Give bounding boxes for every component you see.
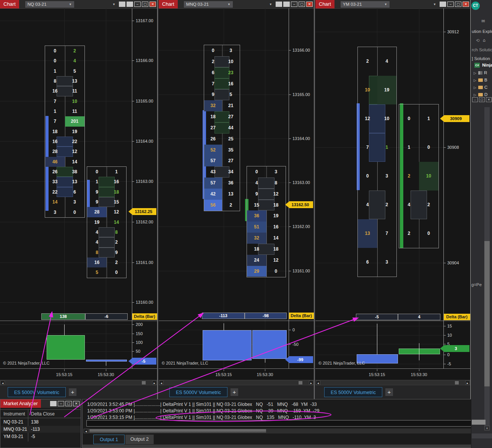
mail-icon[interactable]: ✉ xyxy=(481,18,485,24)
window-button[interactable] xyxy=(283,2,290,7)
ask-volume: 1 xyxy=(377,133,397,162)
output-command-input[interactable] xyxy=(86,420,483,427)
gridline xyxy=(315,335,443,336)
column-header-delta-close[interactable]: Delta Close xyxy=(31,411,55,417)
chart-menu-button[interactable]: Chart xyxy=(159,0,178,8)
window-button[interactable] xyxy=(119,2,125,7)
minimize-button[interactable]: – xyxy=(291,2,297,7)
close-button[interactable]: ✕ xyxy=(463,2,469,7)
close-button[interactable]: ✕ xyxy=(73,401,80,406)
search-solution-input[interactable]: rch Solutio xyxy=(472,47,492,52)
tab-es-5000v-volumetric[interactable]: ES 5000V Volumetric xyxy=(8,387,66,397)
chart-plot-area[interactable]: 0204158131611710111720118191622281246142… xyxy=(0,8,157,380)
window-button[interactable] xyxy=(440,2,446,7)
close-button[interactable]: ✕ xyxy=(486,97,492,102)
ask-volume: 0 xyxy=(419,133,439,162)
tab-output-1[interactable]: Output 1 xyxy=(93,435,125,444)
instrument-cell[interactable]: NQ 03-21 xyxy=(3,419,23,425)
chevron-down-icon[interactable]: ▼ xyxy=(433,3,436,6)
maximize-button[interactable]: ▢ xyxy=(299,2,305,7)
chart-hscrollbar[interactable]: ◄ ► xyxy=(159,380,314,385)
scrollbar-thumb[interactable] xyxy=(472,420,486,425)
scroll-right-icon[interactable] xyxy=(481,439,486,444)
footprint-row: 63 xyxy=(358,248,396,277)
instrument-dropdown[interactable]: NQ 03-21 ▼ xyxy=(25,1,74,8)
chart-menu-button[interactable]: Chart xyxy=(0,0,19,8)
expand-arrow-icon[interactable]: ▷ xyxy=(474,78,476,82)
window-button[interactable] xyxy=(276,2,282,7)
chart-hscrollbar[interactable]: ◄ ► xyxy=(0,380,157,385)
maximize-button[interactable]: ▢ xyxy=(455,2,461,7)
minimize-button[interactable]: – xyxy=(472,97,478,102)
minimize-button[interactable]: – xyxy=(134,2,141,7)
chart-hscrollbar[interactable]: ◄ ► xyxy=(315,380,470,385)
tab-output-2[interactable]: Output 2 xyxy=(125,435,154,444)
scroll-left-icon[interactable]: ◄ xyxy=(0,381,5,385)
scroll-left-icon[interactable]: ◄ xyxy=(159,381,164,385)
bid-volume: 0 xyxy=(247,166,266,178)
bid-volume: 57 xyxy=(204,155,222,166)
ask-volume: 9 xyxy=(107,248,126,257)
ct-badge[interactable]: CT xyxy=(471,2,480,10)
minimize-button[interactable]: – xyxy=(58,401,64,406)
chevron-down-icon[interactable]: ▼ xyxy=(269,3,272,6)
footprint-bar: 0321062371695322118272744262552355727433… xyxy=(204,45,240,211)
scrollbar-grip[interactable] xyxy=(299,381,302,384)
instrument-cell[interactable]: YM 03-21 xyxy=(3,434,23,439)
ask-volume: 38 xyxy=(65,167,85,177)
expand-arrow-icon[interactable]: ▷ xyxy=(474,71,476,75)
tab-es-5000v-volumetric[interactable]: ES 5000V Volumetric xyxy=(324,387,382,397)
resize-strip[interactable] xyxy=(83,445,492,448)
chart-plot-area[interactable]: 0321062371695322118272744262552355727433… xyxy=(159,8,314,380)
minimize-button[interactable]: – xyxy=(447,2,454,7)
instrument-cell[interactable]: MNQ 03-21 xyxy=(3,427,27,432)
scroll-left-icon[interactable]: ◄ xyxy=(84,429,88,433)
horizontal-scrollbar[interactable] xyxy=(472,433,492,438)
add-tab-button[interactable]: + xyxy=(385,388,393,396)
expand-arrow-icon[interactable]: ▷ xyxy=(474,86,476,90)
scrollbar-grip[interactable] xyxy=(142,381,146,384)
bid-volume: 4 xyxy=(87,237,107,247)
maximize-button[interactable]: ▢ xyxy=(142,2,148,7)
scroll-down-icon[interactable]: ▼ xyxy=(484,426,490,430)
tab-es-5000v-volumetric[interactable]: ES 5000V Volumetric xyxy=(169,387,227,397)
scroll-right-icon[interactable]: ► xyxy=(465,381,470,385)
add-tab-button[interactable]: + xyxy=(69,388,76,396)
chart-titlebar: Chart MNQ 03-21 ▼ ▼ – ▢ ✕ xyxy=(159,0,314,9)
chart-menu-button[interactable]: Chart xyxy=(315,0,334,8)
scrollbar-thumb[interactable] xyxy=(484,241,490,386)
project-node[interactable]: C# Ninja xyxy=(474,63,492,68)
price-tick-label: 13164.00 xyxy=(136,139,153,143)
scroll-right-icon[interactable]: ► xyxy=(309,381,313,385)
scroll-right-icon[interactable]: ► xyxy=(152,381,157,385)
maximize-button[interactable]: ▢ xyxy=(479,97,485,102)
instrument-dropdown[interactable]: MNQ 03-21 ▼ xyxy=(184,1,233,8)
tree-item[interactable]: ▷C xyxy=(474,85,487,90)
column-header-instrument[interactable]: Instrument xyxy=(3,411,25,417)
solution-node[interactable]: ] Solution xyxy=(472,56,490,61)
delta-tick-label: 150 xyxy=(136,331,143,336)
add-tab-button[interactable]: + xyxy=(231,388,238,396)
chevron-down-icon[interactable]: ▼ xyxy=(112,3,115,6)
maximize-button[interactable]: ▢ xyxy=(65,401,72,406)
window-button[interactable] xyxy=(127,2,133,7)
close-button[interactable]: ✕ xyxy=(306,2,313,7)
output-hscrollbar[interactable]: ◄ ► xyxy=(83,428,489,433)
window-button[interactable] xyxy=(50,401,57,406)
chart-plot-area[interactable]: 24101912107103421376301102104220-54Delta… xyxy=(315,8,470,380)
instrument-dropdown[interactable]: YM 03-21 ▼ xyxy=(341,1,390,8)
tree-item[interactable]: ▷B xyxy=(474,78,487,82)
footprint-row: 4614 xyxy=(45,157,84,167)
tree-item[interactable]: ▷D xyxy=(474,92,487,97)
histogram-wick xyxy=(224,323,224,330)
scroll-left-icon[interactable]: ◄ xyxy=(316,381,320,385)
scrollbar-grip[interactable] xyxy=(455,381,459,384)
close-button[interactable]: ✕ xyxy=(149,2,156,7)
back-icon[interactable]: ⟲ xyxy=(476,38,480,43)
tree-item[interactable]: ▷R xyxy=(474,70,487,75)
expand-arrow-icon[interactable]: ▷ xyxy=(474,93,476,97)
scrollbar-thumb[interactable] xyxy=(89,429,266,433)
home-icon[interactable]: ⌂ xyxy=(483,38,486,42)
vertical-scrollbar[interactable] xyxy=(484,107,490,430)
price-tick-label: 13164.00 xyxy=(292,136,310,141)
